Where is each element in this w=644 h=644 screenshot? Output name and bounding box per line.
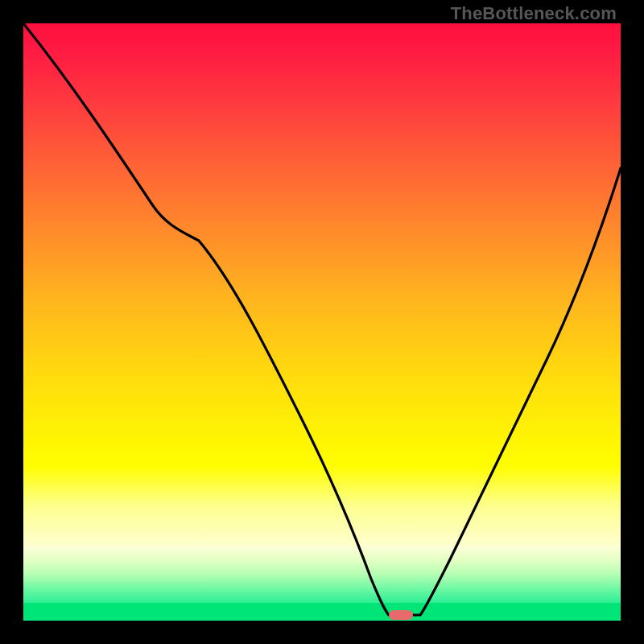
bg-green-strip [23, 603, 621, 621]
bg-gradient-main [23, 23, 621, 466]
chart-svg [23, 23, 621, 621]
bg-gradient-green [23, 547, 621, 603]
watermark-text: TheBottleneck.com [451, 3, 617, 24]
bg-gradient-band [23, 466, 621, 547]
plot-area [23, 23, 621, 621]
valley-marker [389, 610, 413, 620]
chart-frame: TheBottleneck.com [0, 0, 644, 644]
